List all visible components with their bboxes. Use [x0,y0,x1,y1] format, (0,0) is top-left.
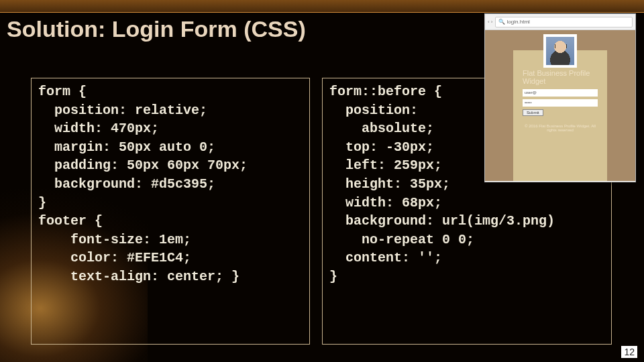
code-block-left: form { position: relative; width: 470px;… [31,78,310,345]
address-bar: 🔍 login.html [495,17,633,27]
browser-thumbnail: ‹ › 🔍 login.html Flat Business Profile W… [484,13,636,182]
forward-icon: › [491,19,493,25]
browser-nav: ‹ › [488,19,492,25]
submit-button: Submit [523,109,543,116]
login-card: Flat Business Profile Widget user@ •••••… [513,50,607,181]
widget-heading: Flat Business Profile Widget [523,69,598,85]
search-icon: 🔍 [498,19,505,25]
accent-stripe [0,0,644,13]
browser-chrome: ‹ › 🔍 login.html [485,14,635,30]
back-icon: ‹ [488,19,490,25]
password-field: ••••• [523,99,598,107]
page-number: 12 [621,346,637,358]
slide-title: Solution: Login Form (CSS) [7,16,306,42]
slide: Solution: Login Form (CSS) form { positi… [0,0,644,362]
page-body: Flat Business Profile Widget user@ •••••… [485,30,635,181]
avatar [543,34,577,68]
username-field: user@ [523,89,598,97]
widget-footer: © 2016 Flat Business Profile Widget. All… [523,124,598,132]
address-text: login.html [507,19,530,25]
